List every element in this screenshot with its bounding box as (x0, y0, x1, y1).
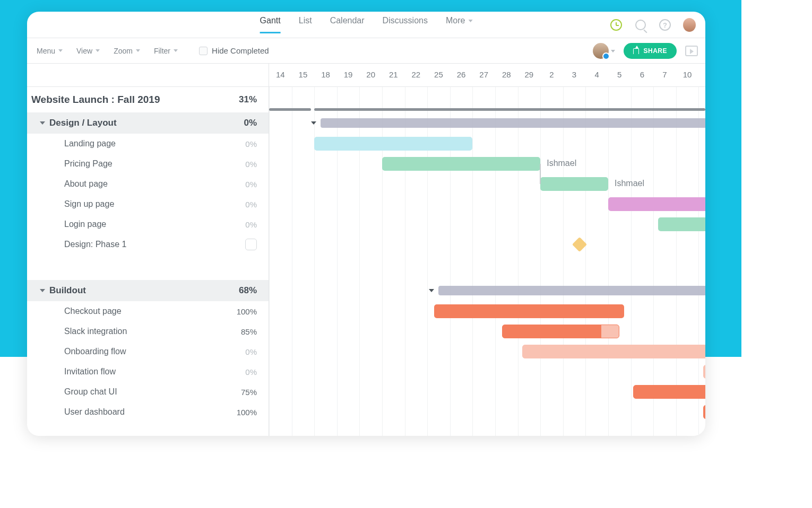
date-cell: 19 (337, 64, 360, 86)
chevron-down-icon (311, 121, 316, 125)
assignee-label: Ishmael (547, 159, 576, 168)
task-label: Sign up page (27, 199, 215, 209)
tab-more[interactable]: More (446, 16, 472, 33)
group-bar[interactable] (438, 286, 705, 295)
task-row[interactable]: About page (27, 174, 215, 194)
task-row[interactable]: Pricing Page (27, 154, 215, 174)
date-cell: 29 (518, 64, 541, 86)
share-button[interactable]: SHARE (624, 43, 677, 59)
share-label: SHARE (643, 47, 667, 55)
menu-filter[interactable]: Filter (154, 47, 178, 55)
date-cell: 14 (269, 64, 292, 86)
task-row[interactable]: Sign up page (27, 194, 215, 214)
tab-calendar[interactable]: Calendar (330, 16, 365, 33)
task-progress: 0% (215, 367, 269, 376)
date-cell: 5 (608, 64, 631, 86)
task-progress: 0% (215, 347, 269, 356)
date-cell: 27 (472, 64, 495, 86)
group-1[interactable]: Buildout (27, 280, 215, 301)
task-row[interactable]: Checkout page (27, 301, 215, 321)
task-label: Design: Phase 1 (27, 240, 215, 249)
tab-discussions[interactable]: Discussions (383, 16, 428, 33)
project-progress: 31% (215, 94, 269, 105)
task-row[interactable]: User dashboard (27, 402, 215, 422)
task-row[interactable]: Invitation flow (27, 362, 215, 382)
task-bar[interactable] (633, 385, 705, 399)
checkbox-icon[interactable] (245, 239, 257, 250)
assignee-label: Ishmael (615, 179, 644, 188)
task-row[interactable]: Landing page (27, 134, 215, 154)
group-0[interactable]: Design / Layout (27, 112, 215, 134)
menu-menu[interactable]: Menu (37, 47, 63, 55)
task-progress: 75% (215, 388, 269, 397)
task-row[interactable]: Group chat UI (27, 382, 215, 402)
task-label: About page (27, 179, 215, 189)
clock-icon[interactable] (610, 19, 623, 31)
date-cell: 20 (359, 64, 382, 86)
task-bar[interactable] (703, 405, 705, 419)
chevron-down-icon (468, 20, 472, 22)
group-label: Design / Layout (27, 118, 215, 128)
task-bar[interactable] (522, 345, 705, 358)
group-bar[interactable] (321, 118, 705, 128)
date-cell: 10 (676, 64, 699, 86)
task-bar[interactable] (703, 365, 705, 379)
task-bar[interactable] (314, 137, 472, 151)
task-progress: 0% (215, 160, 269, 169)
project-title: Website Launch : Fall 2019 (27, 94, 215, 106)
search-icon[interactable] (634, 19, 647, 31)
tab-gantt[interactable]: Gantt (260, 16, 281, 33)
top-nav: GanttListCalendarDiscussionsMore ? (27, 12, 705, 38)
task-row[interactable]: Login page (27, 214, 215, 234)
chevron-down-icon (58, 49, 63, 52)
date-cell: 11 (698, 64, 705, 86)
date-header: 141518192021222526272829234567101112 (269, 64, 705, 87)
hide-completed-toggle[interactable]: Hide Completed (199, 46, 269, 55)
task-row[interactable]: Design: Phase 1 (27, 234, 215, 255)
chevron-down-icon (136, 49, 140, 52)
task-label: Onboarding flow (27, 347, 215, 356)
dependency-line (540, 164, 541, 184)
chevron-down-icon (96, 49, 100, 52)
task-label: Login page (27, 220, 215, 229)
milestone-diamond[interactable] (572, 237, 587, 252)
task-label: Pricing Page (27, 159, 215, 169)
checkbox-icon (199, 47, 208, 55)
collaborator-avatar[interactable] (593, 43, 615, 59)
task-row[interactable]: Slack integration (27, 321, 215, 341)
chevron-down-icon (611, 50, 615, 52)
date-cell: 26 (450, 64, 473, 86)
menu-zoom[interactable]: Zoom (114, 47, 140, 55)
help-icon[interactable]: ? (659, 19, 671, 31)
task-progress: 100% (215, 408, 269, 417)
app-card: GanttListCalendarDiscussionsMore ? MenuV… (27, 12, 705, 436)
tab-list[interactable]: List (299, 16, 312, 33)
chevron-down-icon (429, 289, 434, 292)
task-progress: 0% (215, 220, 269, 229)
task-label: Group chat UI (27, 387, 215, 397)
task-label: Checkout page (27, 306, 215, 316)
task-bar[interactable] (608, 197, 705, 211)
task-label: User dashboard (27, 407, 215, 417)
date-cell: 21 (382, 64, 405, 86)
share-icon (633, 48, 639, 54)
task-progress: 0% (215, 200, 269, 209)
task-progress: 100% (215, 307, 269, 316)
task-bar[interactable] (658, 217, 705, 231)
task-bar[interactable] (434, 304, 624, 318)
task-bar[interactable] (540, 177, 608, 191)
date-cell: 4 (585, 64, 608, 86)
task-label: Landing page (27, 139, 215, 148)
task-bar[interactable] (382, 157, 540, 171)
task-bar[interactable] (502, 325, 620, 338)
avatar-me[interactable] (683, 19, 696, 31)
present-icon[interactable] (685, 46, 698, 56)
group-label: Buildout (27, 285, 215, 296)
menu-view[interactable]: View (76, 47, 100, 55)
date-cell: 7 (653, 64, 676, 86)
toolbar: MenuViewZoomFilter Hide Completed SHARE (27, 38, 705, 64)
task-row[interactable]: Onboarding flow (27, 341, 215, 362)
task-label: Slack integration (27, 327, 215, 336)
group-progress: 0% (215, 118, 269, 128)
date-cell: 15 (292, 64, 315, 86)
